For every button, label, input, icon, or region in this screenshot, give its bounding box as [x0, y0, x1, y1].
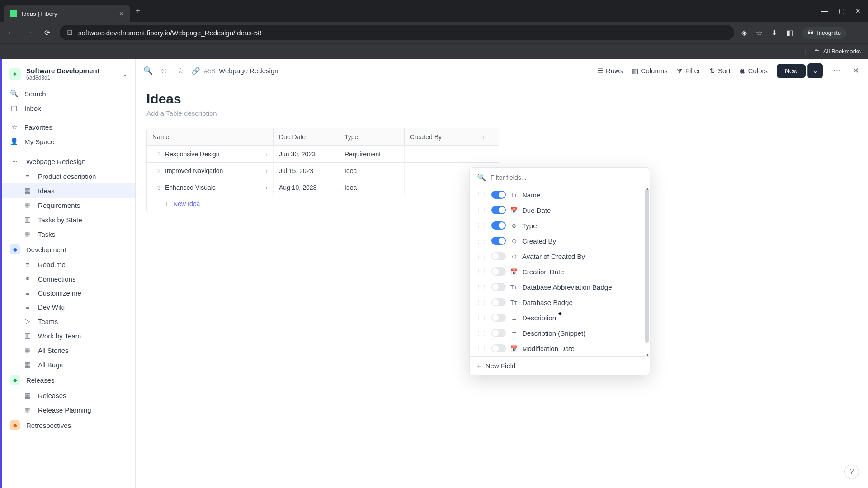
- minimize-icon[interactable]: —: [821, 7, 828, 14]
- scroll-down-icon[interactable]: ▾: [646, 352, 649, 356]
- sidebar-view-item[interactable]: ≡Product description: [2, 169, 135, 183]
- drag-handle-icon[interactable]: ⋮⋮: [476, 299, 487, 305]
- drag-handle-icon[interactable]: ⋮⋮: [476, 238, 487, 244]
- back-icon[interactable]: ←: [5, 28, 16, 37]
- maximize-icon[interactable]: ▢: [839, 7, 844, 14]
- sidebar-view-item[interactable]: ▦Release Planning: [2, 403, 135, 417]
- drag-handle-icon[interactable]: ⋮⋮: [476, 192, 487, 198]
- sidebar-inbox[interactable]: ◫ Inbox: [2, 101, 135, 115]
- cell-type[interactable]: Idea: [339, 163, 405, 179]
- field-item[interactable]: ⋮⋮ Tᴛ Name: [470, 187, 650, 202]
- more-icon[interactable]: ⋯: [832, 66, 842, 75]
- drag-handle-icon[interactable]: ⋮⋮: [476, 207, 487, 213]
- sidebar-view-item[interactable]: ▦Ideas: [2, 183, 135, 198]
- sidebar-view-item[interactable]: ≡Dev Wiki: [2, 300, 135, 314]
- close-window-icon[interactable]: ✕: [855, 7, 861, 14]
- page-title[interactable]: Ideas: [146, 91, 857, 107]
- field-toggle[interactable]: [491, 298, 506, 306]
- search-icon[interactable]: 🔍: [143, 66, 153, 75]
- sort-button[interactable]: ⇅Sort: [709, 67, 731, 75]
- field-toggle[interactable]: [491, 344, 506, 352]
- field-item[interactable]: ⋮⋮ Tᴛ Database Abbreviation Badge: [470, 279, 650, 295]
- help-button[interactable]: ?: [844, 465, 859, 479]
- sidebar-view-item[interactable]: ⚭Connections: [2, 272, 135, 286]
- table-row[interactable]: 3 Enhanced Visuals › Aug 10, 2023 Idea: [147, 179, 499, 196]
- all-bookmarks-button[interactable]: All Bookmarks: [823, 48, 861, 55]
- cell-created-by[interactable]: [405, 146, 470, 162]
- field-filter-search[interactable]: 🔍: [470, 168, 650, 187]
- field-item[interactable]: ⋮⋮ Tᴛ Database Badge: [470, 295, 650, 310]
- reload-icon[interactable]: ⟳: [42, 28, 52, 37]
- cell-name[interactable]: 3 Enhanced Visuals ›: [147, 179, 274, 196]
- column-header-due-date[interactable]: Due Date: [274, 128, 339, 145]
- cell-due-date[interactable]: Jul 15, 2023: [274, 163, 339, 179]
- new-tab-button[interactable]: +: [130, 3, 146, 19]
- sidebar-space-header[interactable]: ◆Releases: [2, 372, 135, 388]
- emoji-icon[interactable]: ☺: [159, 66, 169, 75]
- column-header-name[interactable]: Name: [147, 128, 274, 145]
- cell-type[interactable]: Idea: [339, 179, 405, 196]
- add-column-button[interactable]: +: [470, 128, 497, 145]
- cell-due-date[interactable]: Jun 30, 2023: [274, 146, 339, 162]
- sidebar-view-item[interactable]: ▦All Bugs: [2, 357, 135, 372]
- field-item[interactable]: ⋮⋮ ⊙ Avatar of Created By: [470, 249, 650, 264]
- site-info-icon[interactable]: ⊟: [67, 28, 73, 37]
- chevron-down-icon[interactable]: ⌄: [122, 70, 128, 78]
- expand-icon[interactable]: ›: [265, 150, 268, 158]
- columns-button[interactable]: ▥Columns: [632, 67, 668, 75]
- bookmark-star-icon[interactable]: ☆: [756, 28, 762, 37]
- drag-handle-icon[interactable]: ⋮⋮: [476, 345, 487, 352]
- drag-handle-icon[interactable]: ⋮⋮: [476, 330, 487, 336]
- sidebar-view-item[interactable]: ▥Work by Team: [2, 328, 135, 343]
- field-item[interactable]: ⋮⋮ ⊘ Type: [470, 218, 650, 233]
- scroll-up-icon[interactable]: ▴: [646, 187, 649, 191]
- cell-due-date[interactable]: Aug 10, 2023: [274, 179, 339, 196]
- sidebar-space-header[interactable]: ⋯Webpage Redesign: [2, 153, 135, 169]
- field-filter-input[interactable]: [491, 174, 642, 181]
- field-toggle[interactable]: [491, 314, 506, 322]
- side-panel-icon[interactable]: ◧: [786, 28, 793, 37]
- sidebar-view-item[interactable]: ▦Requirements: [2, 198, 135, 212]
- expand-icon[interactable]: ›: [265, 167, 268, 174]
- drag-handle-icon[interactable]: ⋮⋮: [476, 314, 487, 321]
- field-item[interactable]: ⋮⋮ ≣ Description (Snippet): [470, 325, 650, 341]
- incognito-badge[interactable]: 🕶 Incognito: [802, 27, 846, 39]
- sidebar-space-header[interactable]: ◆Retrospectives: [2, 417, 135, 433]
- drag-handle-icon[interactable]: ⋮⋮: [476, 284, 487, 290]
- close-icon[interactable]: ✕: [851, 66, 861, 75]
- field-toggle[interactable]: [491, 283, 506, 291]
- field-toggle[interactable]: [491, 267, 506, 276]
- downloads-icon[interactable]: ⬇: [771, 28, 777, 37]
- cell-created-by[interactable]: [405, 163, 470, 179]
- field-toggle[interactable]: [491, 237, 506, 245]
- field-item[interactable]: ⋮⋮ ≣ Description: [470, 310, 650, 325]
- column-header-type[interactable]: Type: [339, 128, 405, 145]
- cell-created-by[interactable]: [405, 179, 470, 196]
- close-icon[interactable]: ✕: [119, 10, 124, 17]
- new-button[interactable]: New: [777, 64, 806, 78]
- colors-button[interactable]: ◉Colors: [740, 67, 768, 75]
- drag-handle-icon[interactable]: ⋮⋮: [476, 222, 487, 229]
- cell-type[interactable]: Requirement: [339, 146, 405, 162]
- field-toggle[interactable]: [491, 329, 506, 337]
- drag-handle-icon[interactable]: ⋮⋮: [476, 268, 487, 275]
- field-toggle[interactable]: [491, 206, 506, 214]
- drag-handle-icon[interactable]: ⋮⋮: [476, 253, 487, 259]
- field-list[interactable]: ▴ ▾ ⋮⋮ Tᴛ Name ⋮⋮ 📅 Due Date ⋮⋮ ⊘ Type ⋮…: [470, 187, 650, 356]
- field-item[interactable]: ⋮⋮ 📅 Modification Date: [470, 341, 650, 356]
- field-item[interactable]: ⋮⋮ 📅 Due Date: [470, 202, 650, 218]
- sidebar-space-header[interactable]: ◆Development: [2, 241, 135, 258]
- star-icon[interactable]: ☆: [175, 66, 185, 75]
- breadcrumb[interactable]: 🔗 #58 Webpage Redesign: [192, 67, 278, 75]
- field-toggle[interactable]: [491, 191, 506, 199]
- sidebar-favorites[interactable]: ☆ Favorites: [2, 120, 135, 134]
- rows-button[interactable]: ☰Rows: [597, 67, 623, 75]
- sidebar-view-item[interactable]: ▦Releases: [2, 388, 135, 403]
- sidebar-view-item[interactable]: ≡Read.me: [2, 258, 135, 272]
- page-description[interactable]: Add a Table description: [146, 109, 857, 117]
- sidebar-view-item[interactable]: ≡Customize.me: [2, 286, 135, 300]
- filter-button[interactable]: ⧩Filter: [677, 67, 700, 75]
- browser-menu-icon[interactable]: ⋮: [855, 28, 863, 37]
- scrollbar[interactable]: [645, 189, 649, 343]
- field-toggle[interactable]: [491, 221, 506, 230]
